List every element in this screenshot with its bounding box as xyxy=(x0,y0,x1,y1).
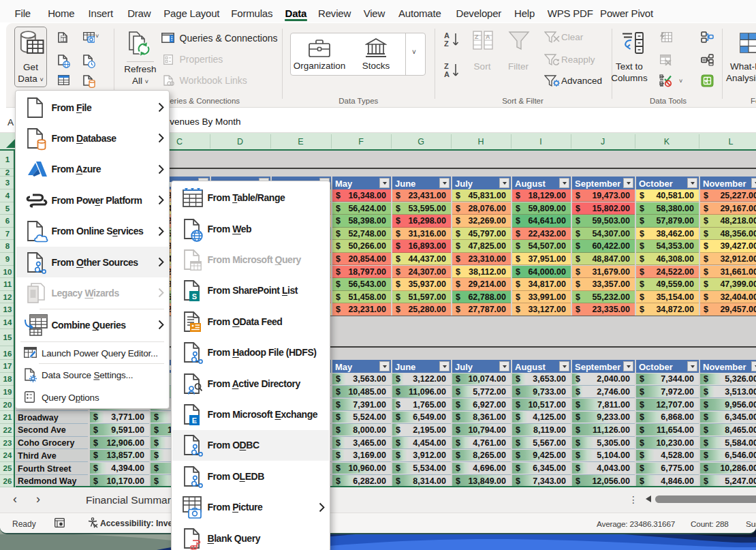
svg-text:S: S xyxy=(192,292,197,301)
svg-text:Z: Z xyxy=(444,40,449,48)
svg-text:E: E xyxy=(192,416,197,425)
svg-text:A: A xyxy=(444,31,450,40)
svg-text:A: A xyxy=(486,33,490,40)
svg-text:A: A xyxy=(444,70,450,78)
svg-text:Z: Z xyxy=(444,62,449,70)
svg-text:Z: Z xyxy=(475,33,479,40)
